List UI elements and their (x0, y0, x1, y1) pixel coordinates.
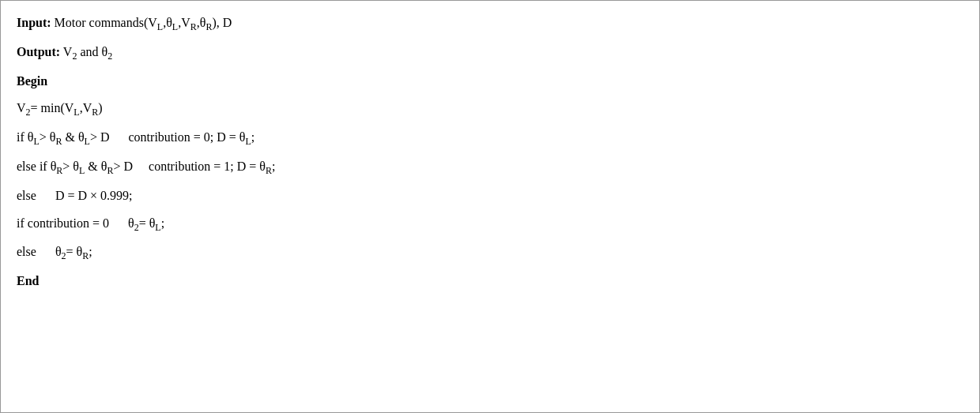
else1-content: else D = D × 0.999; (17, 189, 132, 202)
if2-content: if contribution = 0 θ2= θL; (17, 216, 164, 230)
v2-line: V2= min(VL,VR) (17, 99, 963, 120)
begin-keyword: Begin (17, 74, 47, 88)
algorithm-box: Input: Motor commands(VL,θL,VR,θR), D Ou… (0, 0, 980, 413)
elseif-content: else if θR> θL & θR> D contribution = 1;… (17, 160, 275, 173)
if1-line: if θL> θR & θL> D contribution = 0; D = … (17, 128, 963, 149)
v2-content: V2= min(VL,VR) (17, 101, 103, 115)
else2-content: else θ2= θR; (17, 245, 92, 258)
begin-line: Begin (17, 72, 963, 92)
output-content: V2 and θ2 (63, 45, 112, 58)
output-label: Output: (17, 45, 60, 58)
else2-line: else θ2= θR; (17, 242, 963, 264)
end-keyword: End (17, 274, 39, 287)
input-content: Motor commands(VL,θL,VR,θR), D (55, 16, 232, 29)
input-line: Input: Motor commands(VL,θL,VR,θR), D (17, 13, 963, 35)
end-line: End (17, 272, 963, 291)
if1-content: if θL> θR & θL> D contribution = 0; D = … (17, 130, 254, 144)
if2-line: if contribution = 0 θ2= θL; (17, 214, 963, 235)
input-label: Input: (17, 16, 51, 29)
elseif-line: else if θR> θL & θR> D contribution = 1;… (17, 157, 963, 178)
output-line: Output: V2 and θ2 (17, 43, 963, 64)
else1-line: else D = D × 0.999; (17, 186, 963, 206)
